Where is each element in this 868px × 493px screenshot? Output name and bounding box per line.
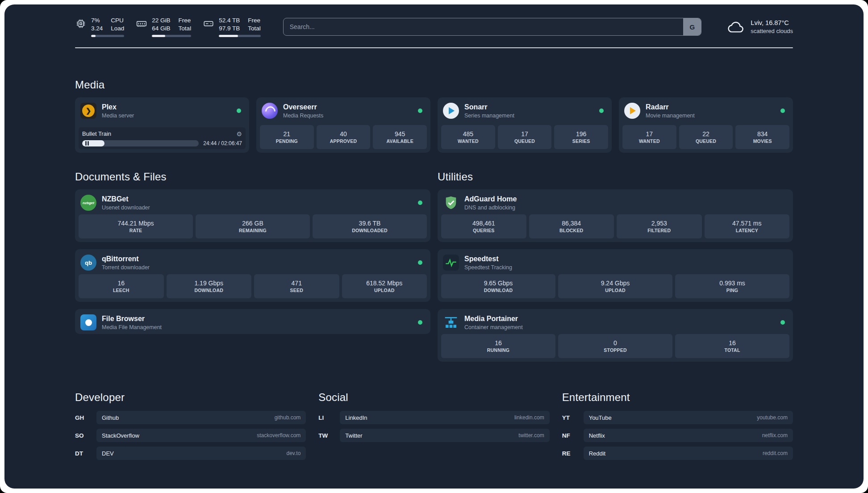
stat-label: DOWNLOAD [194,288,223,293]
cpu-label: CPU [111,17,124,25]
stat-label: BLOCKED [559,228,583,233]
filebrowser-icon [80,314,96,330]
service-card-overseerr[interactable]: Overseerr Media Requests 21 PENDING 40 A… [256,97,430,153]
stat-series: 196 SERIES [554,125,608,149]
stat-upload: 9.24 Gbps UPLOAD [558,274,672,298]
section-title-media: Media [75,79,793,91]
stat-blocked: 86,384 BLOCKED [529,214,614,238]
memory-usage-bar [152,35,191,37]
sonarr-icon [443,103,459,119]
service-name: NZBGet [102,195,150,203]
link-youtube[interactable]: YT YouTube youtube.com [562,411,793,424]
stat-label: DOWNLOAD [484,288,513,293]
stat-label: UPLOAD [605,288,626,293]
portainer-icon [443,314,459,330]
stat-label: TOTAL [724,347,740,353]
stat-value: 0 [613,339,617,347]
link-reddit[interactable]: RE Reddit reddit.com [562,447,793,460]
nzbget-icon: nzbget [80,195,96,211]
link-github[interactable]: GH Github github.com [75,411,306,424]
search-provider-button[interactable]: G [683,18,701,35]
disk-widget: 52.4 TB 97.9 TB Free Total [203,17,261,37]
cpu-load-value: 3.24 [91,25,103,33]
google-icon: G [689,23,695,31]
stat-ping: 0.993 ms PING [675,274,789,298]
link-linkedin[interactable]: LI LinkedIn linkedin.com [318,411,549,424]
service-card-portainer[interactable]: Media Portainer Container management 16 … [438,309,793,362]
stat-label: WANTED [458,138,479,144]
search-input[interactable] [284,18,684,35]
stat-value: 471 [292,280,302,287]
stat-label: RATE [129,228,142,233]
link-url: dev.to [287,450,301,456]
service-card-filebrowser[interactable]: File Browser Media File Management [75,309,430,334]
status-dot [418,201,422,205]
gear-icon[interactable]: ⚙ [236,131,242,137]
service-name: AdGuard Home [464,195,517,203]
link-name: StackOverflow [102,432,139,439]
stat-queued: 17 QUEUED [498,125,552,149]
link-netflix[interactable]: NF Netflix netflix.com [562,429,793,442]
link-url: twitter.com [518,432,544,439]
link-dev[interactable]: DT DEV dev.to [75,447,306,460]
service-name: Overseerr [283,103,323,111]
plex-chevron-glyph: ❯ [86,107,92,115]
link-abbr: LI [318,414,334,421]
link-twitter[interactable]: TW Twitter twitter.com [318,429,549,442]
memory-icon [136,18,147,29]
service-subtitle: DNS and adblocking [464,205,517,211]
speedtest-icon [443,255,459,271]
link-abbr: TW [318,432,334,439]
cpu-usage-value: 7% [91,17,103,25]
stat-value: 618.52 Mbps [366,280,402,287]
radarr-icon [624,103,640,119]
disk-total-label: Total [248,25,261,33]
playback-time: 24:44 / 02:06:47 [203,140,242,146]
stat-queued: 22 QUEUED [679,125,733,149]
disk-icon [203,18,214,29]
link-url: netflix.com [762,432,788,439]
link-name: Reddit [589,450,606,457]
service-card-qbittorrent[interactable]: qb qBittorrent Torrent downloader 16 LEE… [75,249,430,302]
service-name: File Browser [102,314,162,323]
window-frame: 7% 3.24 CPU Load [0,0,868,493]
social-links: Social LI LinkedIn linkedin.com TW Twitt… [318,391,549,447]
status-dot [418,320,422,325]
developer-links: Developer GH Github github.com SO StackO… [75,391,306,464]
memory-free-value: 22 GiB [152,17,170,25]
stat-value: 1.19 Gbps [194,280,223,287]
adguard-shield-icon [443,195,459,211]
seek-bar[interactable] [82,140,199,146]
memory-widget: 22 GiB 64 GiB Free Total [136,17,191,37]
cloud-icon [726,17,745,36]
stat-total: 16 TOTAL [675,334,789,358]
service-card-adguard[interactable]: AdGuard Home DNS and adblocking 498,461 … [438,189,793,242]
service-card-radarr[interactable]: Radarr Movie management 17 WANTED 22 QUE… [619,97,793,153]
service-card-plex[interactable]: ❯ Plex Media server Bullet Train ⚙ [75,97,249,153]
status-dot [418,260,422,265]
stat-value: 2,953 [651,220,667,227]
stat-label: LATENCY [736,228,758,233]
stat-label: PING [726,288,738,293]
stat-value: 945 [395,130,405,138]
stat-value: 40 [340,130,347,138]
media-grid: ❯ Plex Media server Bullet Train ⚙ [75,97,793,153]
stat-label: SERIES [572,138,590,144]
search-bar: G [283,18,702,36]
documents-column: Documents & Files nzbget NZBGet Usenet d… [75,171,430,334]
qbittorrent-icon: qb [80,255,96,271]
stat-value: 16 [495,339,502,347]
qbittorrent-icon-text: qb [85,259,92,266]
service-card-speedtest[interactable]: Speedtest Speedtest Tracking 9.65 Gbps D… [438,249,793,302]
link-stackoverflow[interactable]: SO StackOverflow stackoverflow.com [75,429,306,442]
stat-value: 21 [284,130,291,138]
service-card-sonarr[interactable]: Sonarr Series management 485 WANTED 17 Q… [438,97,612,153]
service-card-nzbget[interactable]: nzbget NZBGet Usenet downloader 744.21 M… [75,189,430,242]
stat-leech: 16 LEECH [79,274,164,298]
stat-queries: 498,461 QUERIES [441,214,526,238]
plex-now-playing-widget: Bullet Train ⚙ 24:44 / 02:06:47 [79,127,246,149]
service-name: qBittorrent [102,255,150,263]
cpu-usage-bar [91,35,124,37]
disk-free-label: Free [248,17,261,25]
pause-icon[interactable] [85,141,89,146]
